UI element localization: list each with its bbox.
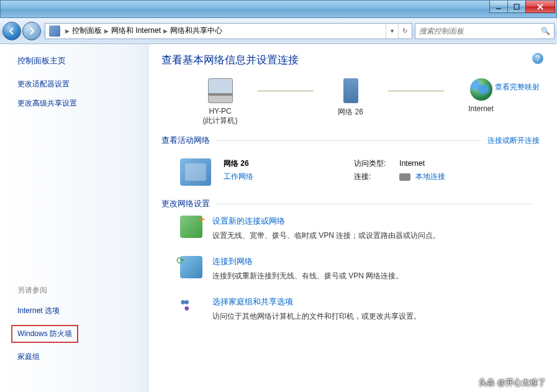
node-label: Internet xyxy=(444,104,519,113)
node-network: 网络 26 xyxy=(314,78,388,117)
chevron-icon: ▶ xyxy=(163,28,168,34)
task-desc: 连接到或重新连接到无线、有线、拨号或 VPN 网络连接。 xyxy=(212,271,403,281)
network-thumb-icon xyxy=(180,158,211,186)
monitor-icon xyxy=(208,78,233,103)
connection-label: 连接: xyxy=(354,171,397,182)
svg-rect-0 xyxy=(496,8,501,9)
network-name: 网络 26 xyxy=(224,158,335,169)
breadcrumb-part[interactable]: 控制面板 xyxy=(72,25,102,36)
sidebar-link-adapter[interactable]: 更改适配器设置 xyxy=(17,79,143,89)
search-icon[interactable]: 🔍 xyxy=(541,27,550,35)
watermark: 头条 @开心太难了 xyxy=(479,377,546,388)
sidebar: 控制面板主页 更改适配器设置 更改高级共享设置 另请参阅 Internet 选项… xyxy=(0,44,149,392)
access-type-value: Internet xyxy=(399,159,425,168)
connection-link[interactable]: 本地连接 xyxy=(415,172,445,181)
minimize-button[interactable] xyxy=(489,1,508,13)
task-link-homegroup[interactable]: 选择家庭组和共享选项 xyxy=(212,296,421,308)
sidebar-link-sharing[interactable]: 更改高级共享设置 xyxy=(17,98,143,109)
task-link-new-connection[interactable]: 设置新的连接或网络 xyxy=(212,216,440,227)
task-desc: 访问位于其他网络计算机上的文件和打印机，或更改共享设置。 xyxy=(212,311,421,322)
node-sublabel: (此计算机) xyxy=(183,116,258,126)
task-desc: 设置无线、宽带、拨号、临时或 VPN 连接；或设置路由器或访问点。 xyxy=(212,230,440,241)
network-map: HY-PC (此计算机) 网络 26 Internet 查看完整映射 xyxy=(161,78,540,126)
task-list: 设置新的连接或网络 设置无线、宽带、拨号、临时或 VPN 连接；或设置路由器或访… xyxy=(161,216,540,322)
active-networks-header: 查看活动网络 连接或断开连接 xyxy=(161,135,540,146)
breadcrumb-icon xyxy=(49,25,60,37)
main-content: ? 查看基本网络信息并设置连接 HY-PC (此计算机) 网络 26 Inter… xyxy=(149,44,557,392)
maximize-button[interactable] xyxy=(507,1,526,13)
sidebar-link-homegroup[interactable]: 家庭组 xyxy=(17,352,143,362)
see-also-title: 另请参阅 xyxy=(17,285,143,296)
search-box[interactable]: 🔍 xyxy=(415,23,555,39)
task-item: 选择家庭组和共享选项 访问位于其他网络计算机上的文件和打印机，或更改共享设置。 xyxy=(180,296,540,322)
breadcrumb-dropdown[interactable]: ▾ xyxy=(386,24,398,39)
connect-disconnect-link[interactable]: 连接或断开连接 xyxy=(487,135,540,146)
task-item: 连接到网络 连接到或重新连接到无线、有线、拨号或 VPN 网络连接。 xyxy=(180,256,540,281)
network-type-link[interactable]: 工作网络 xyxy=(224,171,335,182)
node-label: 网络 26 xyxy=(314,107,388,117)
window-titlebar xyxy=(0,0,557,18)
breadcrumb-part[interactable]: 网络和 Internet xyxy=(111,25,161,36)
search-input[interactable] xyxy=(419,27,541,35)
help-icon[interactable]: ? xyxy=(532,53,543,64)
chevron-icon: ▶ xyxy=(65,28,70,34)
task-link-connect[interactable]: 连接到网络 xyxy=(212,256,403,267)
refresh-button[interactable]: ↻ xyxy=(398,24,410,39)
page-title: 查看基本网络信息并设置连接 xyxy=(161,53,540,67)
change-settings-header: 更改网络设置 xyxy=(161,198,540,209)
chevron-icon: ▶ xyxy=(104,28,109,34)
svg-rect-1 xyxy=(514,4,519,9)
connect-network-icon xyxy=(180,256,202,278)
sidebar-home-link[interactable]: 控制面板主页 xyxy=(17,55,143,66)
toolbar: ▶ 控制面板 ▶ 网络和 Internet ▶ 网络和共享中心 ▾ ↻ 🔍 xyxy=(0,18,557,44)
connector-line xyxy=(388,91,444,91)
node-this-pc: HY-PC (此计算机) xyxy=(183,78,258,126)
connection-icon xyxy=(399,173,410,181)
new-connection-icon xyxy=(180,216,202,238)
access-type-label: 访问类型: xyxy=(354,158,397,169)
breadcrumb[interactable]: ▶ 控制面板 ▶ 网络和 Internet ▶ 网络和共享中心 ▾ ↻ xyxy=(45,23,412,39)
window-controls xyxy=(490,1,555,13)
active-network-row: 网络 26 工作网络 访问类型: Internet 连接: 本地连接 xyxy=(161,152,540,198)
network-device-icon xyxy=(343,78,358,103)
node-label: HY-PC xyxy=(183,107,258,116)
section-title: 查看活动网络 xyxy=(161,135,210,146)
forward-button[interactable] xyxy=(22,22,41,40)
globe-icon xyxy=(470,78,492,101)
task-item: 设置新的连接或网络 设置无线、宽带、拨号、临时或 VPN 连接；或设置路由器或访… xyxy=(180,216,540,241)
homegroup-icon xyxy=(180,296,202,319)
sidebar-link-firewall[interactable]: Windows 防火墙 xyxy=(11,325,78,343)
close-button[interactable] xyxy=(525,1,555,13)
connector-line xyxy=(258,91,314,91)
section-title: 更改网络设置 xyxy=(161,198,210,209)
view-full-map-link[interactable]: 查看完整映射 xyxy=(495,82,540,93)
back-button[interactable] xyxy=(2,22,21,40)
breadcrumb-part[interactable]: 网络和共享中心 xyxy=(170,25,222,36)
sidebar-link-internet-options[interactable]: Internet 选项 xyxy=(17,306,143,316)
